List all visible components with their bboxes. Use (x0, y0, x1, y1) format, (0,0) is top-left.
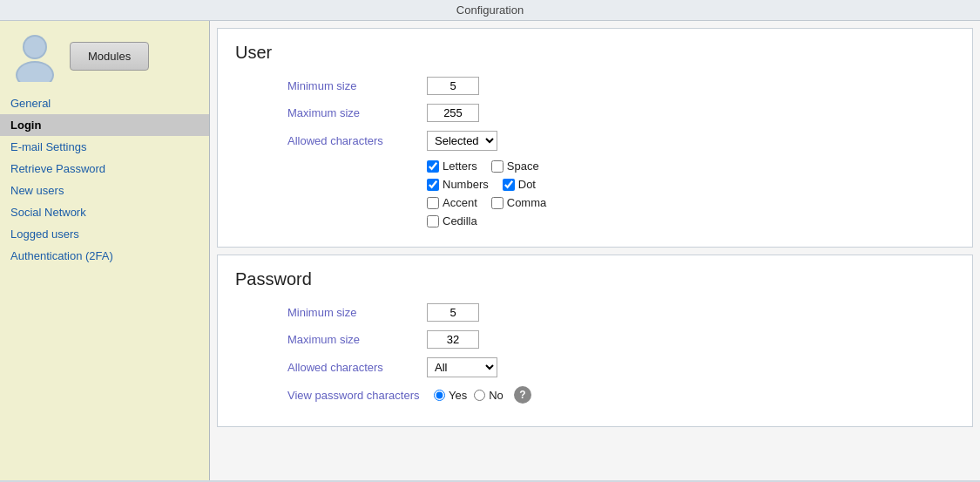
sidebar-item-email[interactable]: E-mail Settings (0, 136, 209, 158)
sidebar-nav: General Login E-mail Settings Retrieve P… (0, 92, 209, 267)
user-space-label: Space (507, 160, 539, 173)
view-password-no-radio[interactable] (474, 390, 485, 401)
user-section: User Minimum size Maximum size Allowed c… (217, 28, 973, 248)
user-numbers-label: Numbers (443, 178, 489, 191)
user-cedilla-checkbox-item[interactable]: Cedilla (427, 214, 477, 227)
avatar (9, 30, 61, 82)
user-letters-label: Letters (443, 160, 477, 173)
sidebar-header: Modules (0, 30, 209, 92)
user-accent-checkbox[interactable] (427, 197, 439, 209)
user-min-size-row: Minimum size (235, 77, 955, 95)
user-dot-checkbox-item[interactable]: Dot (503, 178, 536, 191)
user-min-size-label: Minimum size (287, 79, 427, 92)
user-accent-label: Accent (443, 196, 477, 209)
config-title: Configuration (456, 3, 524, 17)
password-min-size-row: Minimum size (235, 303, 955, 322)
user-comma-label: Comma (507, 196, 547, 209)
user-max-size-label: Maximum size (287, 106, 427, 119)
password-min-size-label: Minimum size (287, 306, 427, 319)
main-container: Modules General Login E-mail Settings Re… (0, 21, 980, 480)
content-area: User Minimum size Maximum size Allowed c… (209, 21, 980, 480)
view-password-label: View password characters (287, 389, 427, 402)
password-max-size-label: Maximum size (287, 333, 427, 346)
sidebar-link-2fa[interactable]: Authentication (2FA) (10, 249, 113, 262)
top-bar: Configuration (0, 0, 980, 21)
user-cedilla-checkbox[interactable] (427, 215, 439, 227)
user-comma-checkbox-item[interactable]: Comma (491, 196, 547, 209)
sidebar-item-login[interactable]: Login (0, 114, 209, 136)
sidebar-link-new-users[interactable]: New users (10, 184, 64, 197)
user-cedilla-label: Cedilla (443, 214, 477, 227)
view-password-no-item[interactable]: No (474, 389, 504, 402)
sidebar-link-social-network[interactable]: Social Network (10, 206, 86, 219)
sidebar-item-social-network[interactable]: Social Network (0, 201, 209, 223)
view-password-row: View password characters Yes No ? (235, 386, 955, 404)
user-numbers-checkbox[interactable] (427, 179, 439, 191)
modules-button[interactable]: Modules (70, 42, 149, 71)
sidebar-link-general[interactable]: General (10, 97, 51, 110)
user-dot-checkbox[interactable] (503, 179, 515, 191)
view-password-yes-radio[interactable] (434, 390, 445, 401)
user-comma-checkbox[interactable] (491, 197, 504, 209)
user-max-size-input[interactable] (427, 104, 479, 122)
user-checkbox-row-1: Letters Space (235, 160, 955, 173)
user-allowed-chars-row: Allowed characters Selected All (235, 131, 955, 151)
user-numbers-checkbox-item[interactable]: Numbers (427, 178, 489, 191)
sidebar-link-login[interactable]: Login (10, 119, 41, 132)
help-button[interactable]: ? (514, 386, 531, 404)
password-section-title: Password (235, 269, 955, 289)
password-section: Password Minimum size Maximum size Allow… (217, 255, 973, 427)
user-min-size-input[interactable] (427, 77, 479, 95)
password-allowed-chars-row: Allowed characters All Selected (235, 357, 955, 377)
user-dot-label: Dot (518, 178, 536, 191)
sidebar-item-general[interactable]: General (0, 92, 209, 114)
svg-point-2 (24, 37, 45, 58)
password-allowed-chars-label: Allowed characters (287, 361, 427, 374)
password-min-size-input[interactable] (427, 303, 479, 322)
sidebar-item-logged-users[interactable]: Logged users (0, 223, 209, 245)
sidebar-item-retrieve-password[interactable]: Retrieve Password (0, 158, 209, 180)
sidebar-link-logged-users[interactable]: Logged users (10, 227, 79, 241)
sidebar-item-new-users[interactable]: New users (0, 180, 209, 201)
sidebar: Modules General Login E-mail Settings Re… (0, 21, 209, 480)
user-letters-checkbox[interactable] (427, 160, 439, 173)
user-allowed-chars-label: Allowed characters (287, 134, 427, 147)
user-checkbox-row-4: Cedilla (235, 214, 955, 227)
user-letters-checkbox-item[interactable]: Letters (427, 160, 477, 173)
user-section-title: User (235, 43, 955, 63)
user-accent-checkbox-item[interactable]: Accent (427, 196, 477, 209)
user-space-checkbox[interactable] (491, 160, 504, 173)
view-password-no-label: No (489, 389, 504, 402)
user-allowed-chars-select[interactable]: Selected All (427, 131, 497, 151)
password-max-size-row: Maximum size (235, 330, 955, 349)
password-allowed-chars-select[interactable]: All Selected (427, 357, 497, 377)
user-checkbox-row-2: Numbers Dot (235, 178, 955, 191)
user-space-checkbox-item[interactable]: Space (491, 160, 539, 173)
sidebar-item-2fa[interactable]: Authentication (2FA) (0, 245, 209, 267)
sidebar-link-email[interactable]: E-mail Settings (10, 140, 86, 153)
password-max-size-input[interactable] (427, 330, 479, 349)
user-max-size-row: Maximum size (235, 104, 955, 122)
view-password-yes-item[interactable]: Yes (434, 389, 467, 402)
user-checkbox-row-3: Accent Comma (235, 196, 955, 209)
sidebar-link-retrieve-password[interactable]: Retrieve Password (10, 162, 105, 175)
view-password-yes-label: Yes (449, 389, 467, 402)
